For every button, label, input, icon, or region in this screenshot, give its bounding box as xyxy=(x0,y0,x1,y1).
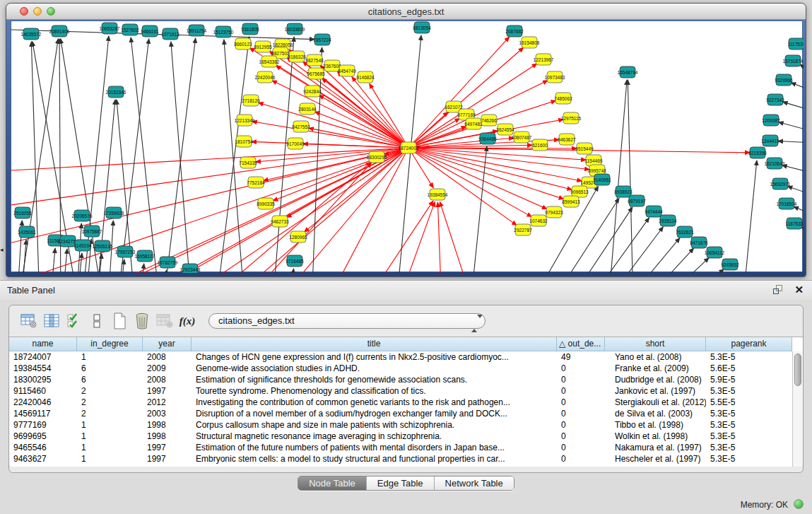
cell-in_degree[interactable]: 2 xyxy=(77,408,143,419)
table-scrollbar[interactable] xyxy=(792,351,803,467)
table-row[interactable]: 911546021997Tourette syndrome. Phenomeno… xyxy=(9,385,803,397)
graph-edge[interactable] xyxy=(782,165,804,173)
column-header-short[interactable]: short xyxy=(605,337,706,351)
selection-mode-button[interactable] xyxy=(63,311,86,331)
cell-title[interactable]: Tourette syndrome. Phenomenology and cla… xyxy=(192,385,557,397)
cell-year[interactable]: 1998 xyxy=(143,431,192,442)
cell-pagerank[interactable]: 5.3E-5 xyxy=(706,385,792,397)
cell-in_degree[interactable]: 1 xyxy=(77,442,143,453)
graph-edge[interactable] xyxy=(289,269,294,273)
graph-edge[interactable] xyxy=(787,187,804,195)
cell-name[interactable]: 22420046 xyxy=(9,397,77,408)
tab-edge-table[interactable]: Edge Table xyxy=(366,477,434,490)
cell-name[interactable]: 19384554 xyxy=(9,363,77,374)
cell-in_degree[interactable]: 1 xyxy=(77,419,143,431)
cell-year[interactable]: 2008 xyxy=(143,351,192,363)
cell-in_degree[interactable]: 1 xyxy=(77,453,143,465)
cell-year[interactable]: 2008 xyxy=(143,374,192,385)
cell-pagerank[interactable]: 5.5E-5 xyxy=(706,397,792,408)
cell-pagerank[interactable]: 5.3E-5 xyxy=(706,408,792,419)
column-header-in_degree[interactable]: in_degree xyxy=(77,337,143,351)
graph-edge[interactable] xyxy=(587,218,649,273)
cell-out_degree[interactable]: 0 xyxy=(557,442,605,453)
cell-title[interactable]: Changes of HCN gene expression and I(f) … xyxy=(192,351,557,363)
cell-year[interactable]: 2003 xyxy=(143,408,192,419)
cell-name[interactable]: 9699695 xyxy=(9,431,77,442)
graph-edge[interactable] xyxy=(778,141,804,143)
cell-pagerank[interactable]: 5.3E-5 xyxy=(706,431,792,442)
cell-out_degree[interactable]: 0 xyxy=(557,363,605,374)
graph-edge[interactable] xyxy=(660,258,709,273)
cell-name[interactable]: 18724007 xyxy=(9,351,77,363)
cell-short[interactable]: Tibbo et al. (1998) xyxy=(605,419,706,431)
table-row[interactable]: 1830029562008Estimation of significance … xyxy=(9,374,803,385)
cell-pagerank[interactable]: 5.3E-5 xyxy=(706,453,792,465)
cell-year[interactable]: 2012 xyxy=(143,397,192,408)
graph-edge[interactable] xyxy=(800,64,804,72)
table-row[interactable]: 946554611997Estimation of the future num… xyxy=(9,442,803,453)
graph-edge[interactable] xyxy=(408,148,547,209)
cell-out_degree[interactable]: 0 xyxy=(557,431,605,442)
graph-edge[interactable] xyxy=(437,202,442,273)
cell-out_degree[interactable]: 0 xyxy=(557,374,605,385)
cell-name[interactable]: 14569117 xyxy=(9,408,77,419)
cell-out_degree[interactable]: 0 xyxy=(557,408,605,419)
table-row[interactable]: 1456911722003Disruption of a novel membe… xyxy=(9,408,803,419)
graph-edge[interactable] xyxy=(11,148,408,273)
table-row[interactable]: 946362711997Embryonic stem cells: a mode… xyxy=(9,453,803,465)
graph-edge[interactable] xyxy=(11,148,408,212)
cell-short[interactable]: Jankovic et al. (1997) xyxy=(605,385,706,397)
cell-pagerank[interactable]: 5.6E-5 xyxy=(706,363,792,374)
cell-short[interactable]: Yano et al. (2008) xyxy=(605,351,706,363)
graph-edge[interactable] xyxy=(163,38,196,273)
graph-edge[interactable] xyxy=(791,83,804,91)
graph-edge[interactable] xyxy=(625,238,680,273)
graph-edge[interactable] xyxy=(679,269,724,273)
graph-edge[interactable] xyxy=(783,102,804,111)
delete-columns-button[interactable] xyxy=(131,311,153,331)
cell-title[interactable]: Embryonic stem cells: a model to study s… xyxy=(192,453,557,465)
window-titlebar[interactable]: citations_edges.txt xyxy=(6,4,806,20)
minimize-button[interactable] xyxy=(33,7,42,16)
zoom-button[interactable] xyxy=(47,7,55,16)
column-header-pagerank[interactable]: pagerank xyxy=(706,337,792,351)
cell-short[interactable]: Stergiakouli et al. (2012) xyxy=(605,397,706,408)
graph-edge[interactable] xyxy=(11,148,408,273)
column-header-year[interactable]: year xyxy=(143,337,192,351)
graph-edge[interactable] xyxy=(62,249,67,273)
graph-edge[interactable] xyxy=(779,122,804,132)
table-row[interactable]: 2242004622012Investigating the contribut… xyxy=(9,397,803,408)
column-header-title[interactable]: title xyxy=(192,337,557,351)
graph-edge[interactable] xyxy=(11,148,408,273)
graph-edge[interactable] xyxy=(162,270,167,273)
graph-edge[interactable] xyxy=(259,148,408,273)
graph-edge[interactable] xyxy=(351,201,433,273)
cell-year[interactable]: 2009 xyxy=(143,363,192,374)
cell-pagerank[interactable]: 5.9E-5 xyxy=(706,374,792,385)
table-row[interactable]: 977716911998Corpus callosum shape and si… xyxy=(9,419,803,431)
cell-title[interactable]: Corpus callosum shape and size in male p… xyxy=(192,419,557,431)
cell-name[interactable]: 9463627 xyxy=(9,453,77,465)
cell-pagerank[interactable]: 5.3E-5 xyxy=(706,442,792,453)
graph-edge[interactable] xyxy=(276,66,408,148)
cell-in_degree[interactable]: 6 xyxy=(77,374,143,385)
cell-year[interactable]: 1997 xyxy=(143,385,192,397)
cell-in_degree[interactable]: 1 xyxy=(77,351,143,363)
tab-node-table[interactable]: Node Table xyxy=(298,477,366,490)
close-panel-icon[interactable]: ✕ xyxy=(794,284,804,295)
panel-collapse-handle[interactable]: ◂ xyxy=(0,246,4,253)
graph-edge[interactable] xyxy=(440,201,478,273)
tab-network-table[interactable]: Network Table xyxy=(434,477,514,490)
graph-edge[interactable] xyxy=(608,80,627,273)
cell-in_degree[interactable]: 1 xyxy=(77,431,143,442)
cell-year[interactable]: 1998 xyxy=(143,419,192,431)
create-new-column-button[interactable] xyxy=(108,311,131,331)
function-builder-button[interactable]: f(x) xyxy=(176,311,199,331)
graph-edge[interactable] xyxy=(471,146,487,273)
cell-name[interactable]: 9777169 xyxy=(9,419,77,431)
cell-short[interactable]: Wolkin et al. (1998) xyxy=(605,431,706,442)
cell-name[interactable]: 9115460 xyxy=(9,385,77,397)
cell-short[interactable]: Franke et al. (2009) xyxy=(605,363,706,374)
cell-name[interactable]: 18300295 xyxy=(9,374,77,385)
table-row[interactable]: 1938455462009Genome-wide association stu… xyxy=(9,363,803,374)
